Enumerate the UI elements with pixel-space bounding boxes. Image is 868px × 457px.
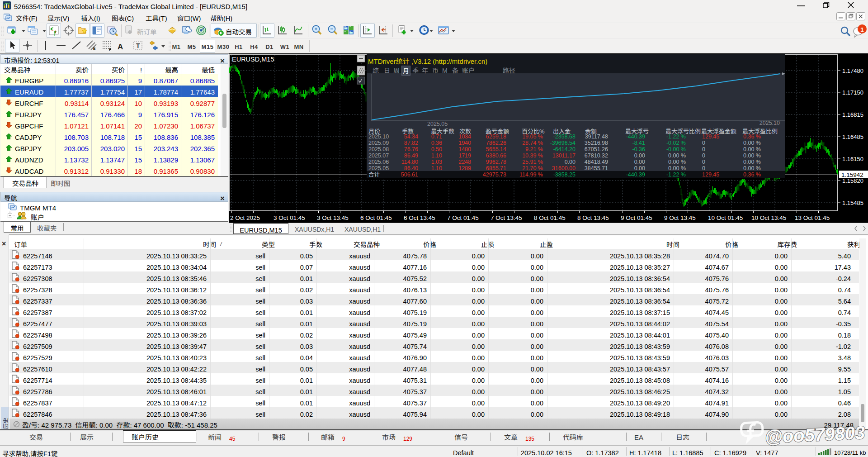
svg-text:EURUSD,M15: EURUSD,M15	[232, 54, 274, 63]
svg-text:2025.10: 2025.10	[760, 118, 780, 127]
svg-text:1.16150: 1.16150	[842, 154, 863, 163]
svg-text:6 Oct 01:45: 6 Oct 01:45	[360, 213, 392, 222]
svg-text:1.17150: 1.17150	[842, 88, 863, 96]
svg-text:13 Oct 01:45: 13 Oct 01:45	[795, 213, 830, 222]
svg-text:@oo579803: @oo579803	[764, 419, 865, 446]
svg-text:2 Oct 2025: 2 Oct 2025	[230, 213, 260, 222]
svg-text:7 Oct 13:45: 7 Oct 13:45	[491, 213, 522, 222]
svg-text:3 Oct 13:45: 3 Oct 13:45	[317, 213, 349, 222]
svg-text:7 Oct 01:45: 7 Oct 01:45	[447, 213, 479, 222]
svg-text:1.17480: 1.17480	[842, 66, 863, 75]
svg-text:T: T	[136, 41, 140, 50]
svg-text:8 Oct 01:45: 8 Oct 01:45	[534, 213, 566, 222]
svg-text:9 Oct 13:45: 9 Oct 13:45	[664, 213, 696, 222]
svg-text:8 Oct 13:45: 8 Oct 13:45	[577, 213, 609, 222]
svg-text:1.15485: 1.15485	[842, 198, 863, 207]
svg-text:E: E	[93, 46, 96, 51]
svg-text:F: F	[109, 47, 111, 51]
svg-text:9 Oct 01:45: 9 Oct 01:45	[621, 213, 652, 222]
svg-text:10 Oct 01:45: 10 Oct 01:45	[708, 213, 743, 222]
svg-text:10 Oct 13:45: 10 Oct 13:45	[751, 213, 786, 222]
svg-text:1.16815: 1.16815	[842, 110, 863, 119]
svg-text:1.15942: 1.15942	[841, 170, 863, 179]
svg-text:3 Oct 01:45: 3 Oct 01:45	[274, 213, 305, 222]
svg-text:1.16485: 1.16485	[842, 132, 863, 141]
svg-text:6 Oct 13:45: 6 Oct 13:45	[404, 213, 435, 222]
